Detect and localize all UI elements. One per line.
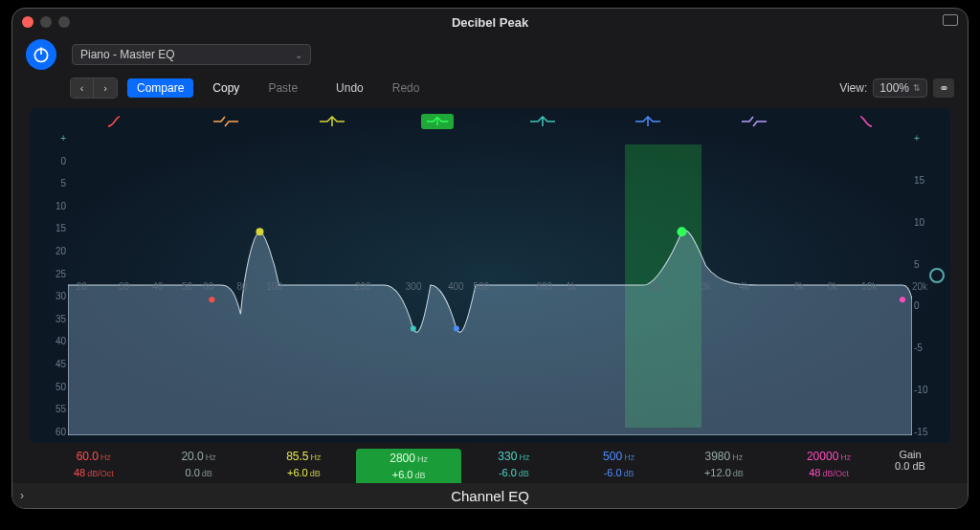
preset-name: Piano - Master EQ xyxy=(80,48,175,61)
zoom-field[interactable]: 100% ⇅ xyxy=(873,78,927,98)
svg-point-6 xyxy=(677,227,686,236)
window-title: Decibel Peak xyxy=(452,15,528,30)
svg-point-5 xyxy=(454,326,459,332)
expand-icon[interactable]: › xyxy=(20,489,24,502)
paste-button[interactable]: Paste xyxy=(258,78,307,98)
view-label: View: xyxy=(839,81,867,95)
band-shape-icon-6[interactable] xyxy=(632,114,664,129)
redo-button[interactable]: Redo xyxy=(383,78,430,98)
svg-point-7 xyxy=(900,297,905,302)
link-icon[interactable]: ⚭ xyxy=(933,78,954,98)
next-preset-button[interactable]: › xyxy=(94,78,117,98)
output-gain-knob[interactable] xyxy=(929,268,945,283)
preset-dropdown[interactable]: Piano - Master EQ ⌄ xyxy=(72,44,311,65)
svg-point-2 xyxy=(209,297,214,302)
plugin-window: Decibel Peak Piano - Master EQ ⌄ ‹ › Com… xyxy=(11,8,969,509)
band-shape-icon-1[interactable] xyxy=(104,114,137,129)
window-mode-icon[interactable] xyxy=(943,14,958,26)
eq-curve-area[interactable]: 2030405060801002003004005008001k2k3k4k6k… xyxy=(68,135,912,435)
eq-curve xyxy=(68,135,912,435)
copy-button[interactable]: Copy xyxy=(203,78,249,98)
eq-graph-panel: +051015202530354045505560 +151050-5-10-1… xyxy=(30,108,950,443)
plugin-name: Channel EQ xyxy=(451,488,529,504)
undo-button[interactable]: Undo xyxy=(326,78,373,98)
close-icon[interactable] xyxy=(22,16,33,28)
hq-toggle[interactable]: HQ xyxy=(210,508,245,509)
footer: › Channel EQ xyxy=(12,483,968,508)
titlebar: Decibel Peak xyxy=(12,9,968,35)
compare-button[interactable]: Compare xyxy=(127,78,193,98)
maximize-icon[interactable] xyxy=(58,16,70,28)
power-button[interactable] xyxy=(26,39,56,70)
analyzer-db-scale: +051015202530354045505560 xyxy=(35,133,66,437)
power-icon xyxy=(32,45,51,64)
band-shape-icon-2[interactable] xyxy=(210,114,242,129)
band-shape-icon-3[interactable] xyxy=(316,114,348,129)
band-shape-icon-5[interactable] xyxy=(526,114,559,129)
processing-dropdown[interactable]: Stereo ⌄ xyxy=(319,508,382,509)
stepper-icon: ⇅ xyxy=(913,83,921,93)
band-shape-icon-8[interactable] xyxy=(843,114,876,129)
svg-point-3 xyxy=(256,228,263,235)
band-shape-icon-7[interactable] xyxy=(738,114,770,129)
zoom-value: 100% xyxy=(880,81,909,95)
prev-preset-button[interactable]: ‹ xyxy=(71,78,94,98)
minimize-icon[interactable] xyxy=(40,16,52,28)
analyzer-toggle[interactable]: Analyzer POST xyxy=(41,508,126,509)
chevron-down-icon: ⌄ xyxy=(295,50,302,60)
band-shape-icon-4[interactable] xyxy=(421,114,454,129)
svg-point-4 xyxy=(411,326,416,332)
q-couple-toggle[interactable]: Q-Couple xyxy=(136,508,200,509)
